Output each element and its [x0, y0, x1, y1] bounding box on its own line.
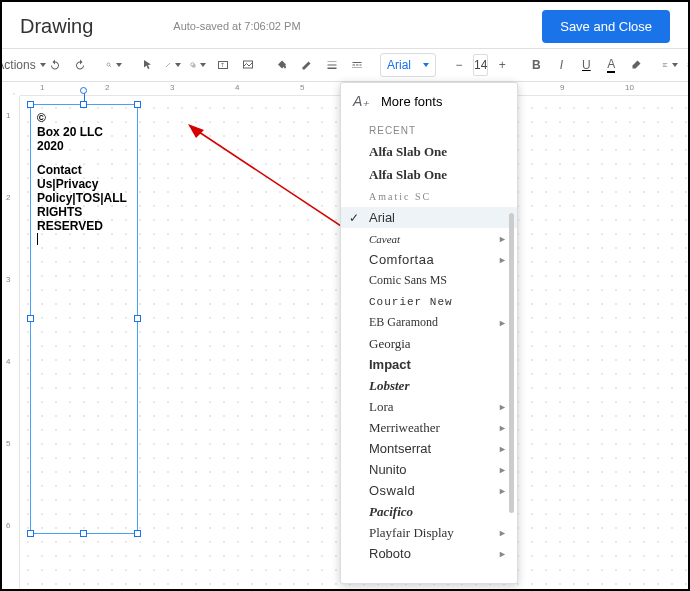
resize-handle-tr[interactable] [134, 101, 141, 108]
undo-icon [49, 59, 61, 71]
image-icon [242, 59, 254, 71]
ruler-tick: 5 [300, 83, 304, 92]
font-item[interactable]: Comfortaa► [341, 249, 517, 270]
highlighter-icon [630, 59, 642, 71]
submenu-arrow-icon: ► [498, 318, 507, 328]
rotate-handle[interactable] [80, 87, 87, 94]
font-item-label: Amatic SC [369, 191, 431, 202]
save-and-close-button[interactable]: Save and Close [542, 10, 670, 43]
dropdown-scrollbar[interactable] [509, 213, 514, 513]
line-tool-button[interactable] [162, 53, 184, 77]
border-weight-button[interactable] [321, 53, 343, 77]
paint-bucket-icon [276, 59, 288, 71]
font-item[interactable]: Montserrat► [341, 438, 517, 459]
font-item[interactable]: Lobster [341, 375, 517, 396]
font-item[interactable]: Merriweather► [341, 417, 517, 438]
highlight-color-button[interactable] [625, 53, 647, 77]
font-item-recent[interactable]: Alfa Slab One [341, 163, 517, 186]
submenu-arrow-icon: ► [498, 465, 507, 475]
resize-handle-tl[interactable] [27, 101, 34, 108]
font-item[interactable]: EB Garamond► [341, 312, 517, 333]
svg-text:T: T [221, 62, 224, 68]
font-item-label: Merriweather [369, 420, 440, 436]
resize-handle-bl[interactable] [27, 530, 34, 537]
font-item-label: EB Garamond [369, 315, 438, 330]
font-item[interactable]: Comic Sans MS [341, 270, 517, 291]
fill-color-button[interactable] [271, 53, 293, 77]
ruler-tick: 2 [105, 83, 109, 92]
ruler-tick: 4 [6, 357, 10, 366]
resize-handle-bm[interactable] [80, 530, 87, 537]
underline-button[interactable]: U [575, 53, 597, 77]
undo-button[interactable] [44, 53, 66, 77]
svg-rect-21 [663, 65, 666, 66]
ruler-tick: 1 [40, 83, 44, 92]
list-button[interactable]: 123 [684, 53, 690, 77]
font-size-input[interactable]: 14 [473, 54, 488, 76]
caret-down-icon [200, 63, 206, 67]
font-item-label: Caveat [369, 233, 400, 245]
more-fonts-icon: A₊ [353, 93, 371, 109]
font-item[interactable]: Nunito► [341, 459, 517, 480]
resize-handle-br[interactable] [134, 530, 141, 537]
caret-down-icon [175, 63, 181, 67]
font-item[interactable]: Amatic SC [341, 186, 517, 207]
svg-rect-8 [328, 62, 337, 63]
font-item-label: Lobster [369, 378, 409, 394]
font-item-label: Arial [369, 210, 395, 225]
font-item-label: Playfair Display [369, 525, 454, 541]
font-item-recent[interactable]: Alfa Slab One [341, 140, 517, 163]
ruler-tick: 10 [625, 83, 634, 92]
redo-button[interactable] [69, 53, 91, 77]
resize-handle-ml[interactable] [27, 315, 34, 322]
align-button[interactable] [659, 53, 681, 77]
font-item[interactable]: Oswald► [341, 480, 517, 501]
font-item[interactable]: ✓Arial [341, 207, 517, 228]
submenu-arrow-icon: ► [498, 255, 507, 265]
font-item[interactable]: Roboto► [341, 543, 517, 564]
font-item[interactable]: Pacifico [341, 501, 517, 522]
svg-line-32 [196, 130, 353, 234]
font-item[interactable]: Courier New [341, 291, 517, 312]
bold-button[interactable]: B [525, 53, 547, 77]
svg-line-2 [166, 63, 170, 67]
font-item[interactable]: Playfair Display► [341, 522, 517, 543]
zoom-button[interactable] [103, 53, 125, 77]
font-size-decrease-button[interactable]: − [448, 53, 470, 77]
more-fonts-item[interactable]: A₊ More fonts [341, 83, 517, 119]
dialog-header: Drawing Auto-saved at 7:06:02 PM Save an… [2, 2, 688, 48]
font-item-label: Nunito [369, 462, 407, 477]
svg-rect-14 [360, 65, 362, 66]
svg-rect-10 [328, 68, 337, 70]
text-box-selected[interactable]: © Box 20 LLC 2020 Contact Us|Privacy Pol… [30, 104, 138, 534]
font-family-select[interactable]: Arial [380, 53, 436, 77]
font-item[interactable]: Georgia [341, 333, 517, 354]
shape-icon [190, 59, 196, 71]
image-tool-button[interactable] [237, 53, 259, 77]
italic-button[interactable]: I [550, 53, 572, 77]
font-item[interactable]: Lora► [341, 396, 517, 417]
submenu-arrow-icon: ► [498, 444, 507, 454]
border-color-button[interactable] [296, 53, 318, 77]
font-size-increase-button[interactable]: + [491, 53, 513, 77]
ruler-tick: 5 [6, 439, 10, 448]
svg-rect-15 [353, 67, 354, 68]
autosave-status: Auto-saved at 7:06:02 PM [173, 20, 300, 32]
shape-tool-button[interactable] [187, 53, 209, 77]
resize-handle-tm[interactable] [80, 101, 87, 108]
text-color-button[interactable]: A [600, 53, 622, 77]
vertical-ruler: 123456 [2, 96, 20, 589]
submenu-arrow-icon: ► [498, 486, 507, 496]
textbox-tool-button[interactable]: T [212, 53, 234, 77]
textbox-line: Box 20 LLC 2020 [37, 125, 131, 153]
line-icon [165, 59, 171, 71]
font-item[interactable]: Impact [341, 354, 517, 375]
font-item[interactable]: Caveat► [341, 228, 517, 249]
select-tool-button[interactable] [137, 53, 159, 77]
submenu-arrow-icon: ► [498, 423, 507, 433]
border-dash-button[interactable] [346, 53, 368, 77]
resize-handle-mr[interactable] [134, 315, 141, 322]
ruler-tick: 3 [6, 275, 10, 284]
font-item-label: Comfortaa [369, 252, 434, 267]
actions-menu-button[interactable]: Actions [10, 53, 32, 77]
